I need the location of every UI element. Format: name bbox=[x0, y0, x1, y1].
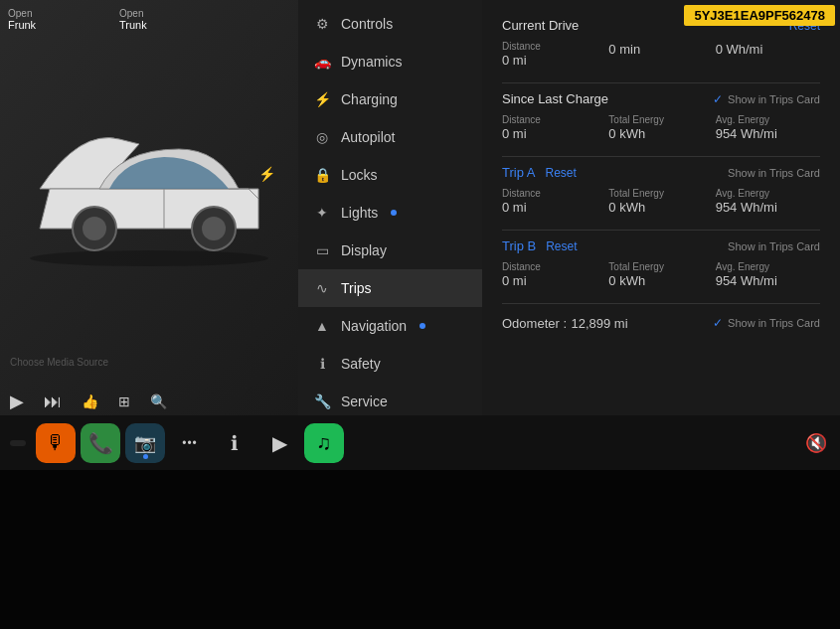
spotify-icon-button[interactable]: ♫ bbox=[304, 423, 344, 463]
current-drive-grid: Distance 0 mi 0 min 0 Wh/mi bbox=[502, 38, 820, 71]
next-button[interactable]: ⏭ bbox=[44, 392, 62, 412]
more-icon: ••• bbox=[182, 436, 198, 450]
lights-label: Lights bbox=[341, 205, 378, 221]
nav-item-display[interactable]: ▭Display bbox=[298, 232, 482, 269]
nav-panel: ⚙Controls🚗Dynamics⚡Charging◎Autopilot🔒Lo… bbox=[298, 0, 482, 427]
dynamics-icon: 🚗 bbox=[313, 54, 331, 70]
trunk-button[interactable]: Open Trunk bbox=[119, 8, 147, 31]
trip-b-title: Trip B bbox=[502, 238, 536, 253]
svg-point-2 bbox=[83, 217, 106, 240]
controls-icon: ⚙ bbox=[313, 16, 331, 32]
nav-item-controls[interactable]: ⚙Controls bbox=[298, 5, 482, 43]
safety-icon: ℹ bbox=[313, 356, 331, 372]
odometer-value: 12,899 mi bbox=[571, 316, 627, 331]
odometer-row: Odometer : 12,899 mi ✓ Show in Trips Car… bbox=[502, 314, 820, 332]
odometer-info: Odometer : 12,899 mi bbox=[502, 314, 628, 332]
phone-icon: 📞 bbox=[88, 431, 113, 455]
trips-label: Trips bbox=[341, 280, 372, 296]
like-button[interactable]: 👍 bbox=[82, 393, 98, 409]
navigation-dot bbox=[420, 323, 425, 329]
nav-item-charging[interactable]: ⚡Charging bbox=[298, 80, 482, 118]
ta-distance: Distance 0 mi bbox=[502, 185, 606, 218]
menu-button[interactable]: ⊞ bbox=[118, 393, 130, 409]
trip-b-grid: Distance 0 mi Total Energy 0 kWh Avg. En… bbox=[502, 258, 820, 291]
slc-total-energy: Total Energy 0 kWh bbox=[608, 111, 713, 144]
audio-icon-button[interactable]: 🎙 bbox=[36, 423, 76, 463]
temperature-badge bbox=[10, 440, 26, 446]
cd-distance: Distance 0 mi bbox=[502, 38, 606, 71]
display-icon: ▭ bbox=[313, 242, 331, 258]
service-icon: 🔧 bbox=[313, 393, 331, 409]
lights-dot bbox=[391, 210, 397, 216]
nav-item-safety[interactable]: ℹSafety bbox=[298, 345, 482, 383]
more-icon-button[interactable]: ••• bbox=[170, 423, 210, 463]
car-image: ⚡ bbox=[10, 50, 288, 268]
trip-a-reset[interactable]: Reset bbox=[545, 166, 576, 180]
tb-avg-energy: Avg. Energy 954 Wh/mi bbox=[716, 258, 820, 291]
nav-item-autopilot[interactable]: ◎Autopilot bbox=[298, 118, 482, 156]
dynamics-label: Dynamics bbox=[341, 54, 402, 70]
trips-icon: ∿ bbox=[313, 280, 331, 296]
locks-label: Locks bbox=[341, 167, 378, 183]
nav-item-navigation[interactable]: ▲Navigation bbox=[298, 307, 482, 345]
audio-icon: 🎙 bbox=[46, 431, 66, 454]
display-label: Display bbox=[341, 242, 387, 258]
svg-point-4 bbox=[202, 217, 226, 240]
trip-b-reset[interactable]: Reset bbox=[546, 239, 577, 253]
charging-label: Charging bbox=[341, 91, 398, 107]
taskbar: 🎙 📞 📷 ••• ℹ ▶ ♫ 🔇 bbox=[0, 415, 840, 470]
cd-time: 0 min bbox=[608, 38, 713, 71]
volume-off-icon: 🔇 bbox=[805, 432, 827, 454]
search-button[interactable]: 🔍 bbox=[150, 393, 167, 409]
trip-a-title: Trip A bbox=[502, 165, 535, 180]
navigation-label: Navigation bbox=[341, 318, 407, 334]
since-charge-header: Since Last Charge ✓ Show in Trips Card bbox=[502, 91, 820, 106]
service-label: Service bbox=[341, 393, 388, 409]
navigation-icon: ▲ bbox=[313, 318, 331, 334]
nav-item-trips[interactable]: ∿Trips bbox=[298, 269, 482, 307]
vin-badge: 5YJ3E1EA9PF562478 bbox=[684, 5, 835, 26]
trip-a-show-trips: Show in Trips Card bbox=[728, 167, 820, 179]
content-panel: Current Drive Reset Distance 0 mi 0 min … bbox=[482, 0, 840, 427]
bottom-area bbox=[0, 470, 840, 629]
trip-b-show-trips: Show in Trips Card bbox=[728, 240, 820, 252]
nav-item-locks[interactable]: 🔒Locks bbox=[298, 156, 482, 194]
cd-energy: 0 Wh/mi bbox=[716, 38, 820, 71]
play-button[interactable]: ▶ bbox=[10, 391, 24, 412]
slc-avg-energy: Avg. Energy 954 Wh/mi bbox=[716, 111, 820, 144]
odometer-label: Odometer : bbox=[502, 316, 567, 331]
frunk-button[interactable]: Open Frunk bbox=[8, 8, 36, 31]
camera-icon: 📷 bbox=[134, 432, 156, 454]
odometer-show-trips: ✓ Show in Trips Card bbox=[713, 316, 820, 330]
trip-a-grid: Distance 0 mi Total Energy 0 kWh Avg. En… bbox=[502, 185, 820, 218]
media-play-icon-button[interactable]: ▶ bbox=[259, 423, 299, 463]
nav-item-dynamics[interactable]: 🚗Dynamics bbox=[298, 43, 482, 80]
svg-point-0 bbox=[30, 250, 268, 266]
info-icon-button[interactable]: ℹ bbox=[215, 423, 254, 463]
volume-control[interactable]: 🔇 bbox=[805, 432, 830, 454]
since-charge-checkmark: ✓ bbox=[713, 92, 723, 106]
svg-text:⚡: ⚡ bbox=[258, 166, 276, 183]
autopilot-icon: ◎ bbox=[313, 129, 331, 145]
autopilot-label: Autopilot bbox=[341, 129, 395, 145]
trip-b-header: Trip B Reset Show in Trips Card bbox=[502, 238, 820, 253]
since-charge-show-trips: ✓ Show in Trips Card bbox=[713, 92, 820, 106]
nav-item-lights[interactable]: ✦Lights bbox=[298, 194, 482, 232]
spotify-icon: ♫ bbox=[317, 431, 332, 454]
safety-label: Safety bbox=[341, 356, 381, 372]
ta-avg-energy: Avg. Energy 954 Wh/mi bbox=[716, 185, 820, 218]
camera-icon-button[interactable]: 📷 bbox=[125, 423, 165, 463]
trip-a-header: Trip A Reset Show in Trips Card bbox=[502, 165, 820, 180]
tb-distance: Distance 0 mi bbox=[502, 258, 606, 291]
car-panel: Open Frunk Open Trunk bbox=[0, 0, 298, 427]
lights-icon: ✦ bbox=[313, 205, 331, 221]
slc-distance: Distance 0 mi bbox=[502, 111, 606, 144]
current-drive-title: Current Drive bbox=[502, 18, 579, 33]
locks-icon: 🔒 bbox=[313, 167, 331, 183]
tesla-screen: 5YJ3E1EA9PF562478 Open Frunk Open Trunk bbox=[0, 0, 840, 427]
since-charge-grid: Distance 0 mi Total Energy 0 kWh Avg. En… bbox=[502, 111, 820, 144]
controls-label: Controls bbox=[341, 16, 393, 32]
media-play-icon: ▶ bbox=[272, 431, 287, 455]
ta-total-energy: Total Energy 0 kWh bbox=[608, 185, 713, 218]
phone-icon-button[interactable]: 📞 bbox=[81, 423, 120, 463]
